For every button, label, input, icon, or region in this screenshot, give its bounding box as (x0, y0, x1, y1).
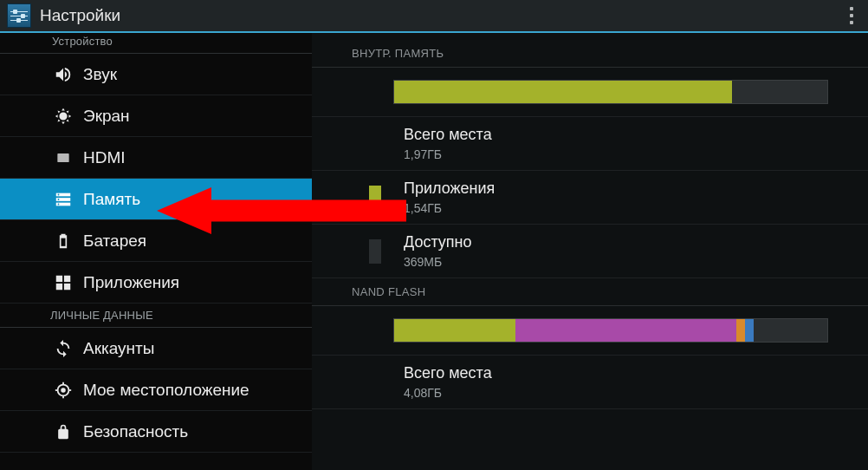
lock-icon (54, 422, 73, 441)
svg-rect-11 (64, 283, 70, 289)
row-label: Всего места (404, 364, 492, 382)
brightness-icon (54, 107, 73, 126)
hdmi-icon (54, 148, 73, 167)
svg-rect-10 (56, 283, 62, 289)
row-label: Доступно (404, 233, 472, 251)
row-apps[interactable]: Приложения 1,54ГБ (312, 171, 868, 225)
settings-sidebar: Устройство Звук Экран HDMI Память (0, 33, 312, 470)
bar-seg-apps (394, 81, 732, 103)
swatch-free (369, 239, 381, 264)
svg-point-13 (62, 388, 65, 392)
page-title: Настройки (40, 6, 120, 25)
sidebar-item-label: Батарея (83, 232, 146, 251)
row-nand-total[interactable]: Всего места 4,08ГБ (312, 356, 868, 409)
internal-usage-bar-row[interactable] (312, 68, 868, 117)
settings-app-icon (7, 3, 31, 28)
sidebar-item-security[interactable]: Безопасность (0, 411, 312, 453)
overflow-menu-button[interactable] (842, 3, 861, 28)
bar-seg-nand-b (515, 319, 736, 342)
sidebar-item-display[interactable]: Экран (0, 95, 312, 137)
location-icon (54, 381, 73, 400)
sync-icon (54, 339, 73, 358)
battery-icon (54, 232, 73, 251)
nand-usage-bar (393, 318, 828, 343)
svg-rect-7 (62, 238, 66, 245)
row-total-space[interactable]: Всего места 1,97ГБ (312, 117, 868, 171)
svg-rect-0 (57, 153, 68, 162)
bar-seg-nand-free (754, 319, 827, 342)
internal-usage-bar (393, 80, 828, 104)
svg-rect-9 (64, 275, 70, 281)
row-label: Всего места (404, 126, 492, 144)
sidebar-item-label: Звук (83, 65, 117, 84)
sidebar-item-sound[interactable]: Звук (0, 54, 312, 95)
svg-point-5 (58, 199, 60, 200)
sidebar-item-label: Безопасность (83, 422, 188, 441)
swatch-none (369, 132, 381, 156)
row-value: 369МБ (404, 255, 472, 269)
svg-point-4 (58, 193, 60, 195)
bar-seg-free (732, 81, 827, 103)
row-available[interactable]: Доступно 369МБ (312, 225, 868, 278)
storage-detail-panel: ВНУТР. ПАМЯТЬ Всего места 1,97ГБ Приложе… (312, 33, 868, 470)
sidebar-item-apps[interactable]: Приложения (0, 262, 312, 304)
section-personal: ЛИЧНЫЕ ДАННЫЕ (0, 304, 312, 328)
apps-icon (54, 273, 73, 292)
sidebar-item-label: Экран (83, 107, 130, 126)
svg-point-6 (58, 203, 60, 205)
sidebar-item-label: Мое местоположение (83, 381, 249, 400)
bar-seg-nand-c (736, 319, 745, 342)
sidebar-item-hdmi[interactable]: HDMI (0, 137, 312, 179)
svg-rect-8 (56, 275, 62, 281)
internal-storage-header: ВНУТР. ПАМЯТЬ (312, 40, 868, 68)
row-value: 4,08ГБ (404, 386, 492, 400)
sound-icon (54, 65, 73, 84)
bar-seg-nand-d (745, 319, 754, 342)
bar-seg-nand-a (394, 319, 515, 342)
swatch-apps (369, 186, 381, 210)
sidebar-item-location[interactable]: Мое местоположение (0, 369, 312, 411)
sidebar-item-label: Аккаунты (83, 339, 154, 358)
row-value: 1,97ГБ (404, 147, 492, 161)
sidebar-item-label: Приложения (83, 273, 179, 292)
row-value: 1,54ГБ (404, 201, 495, 215)
title-bar: Настройки (0, 0, 868, 33)
row-label: Приложения (404, 180, 495, 198)
nand-flash-header: NAND FLASH (312, 278, 868, 306)
nand-usage-bar-row[interactable] (312, 306, 868, 356)
swatch-none (369, 370, 381, 395)
sidebar-item-label: HDMI (83, 148, 126, 167)
section-device: Устройство (0, 35, 312, 54)
sidebar-item-accounts[interactable]: Аккаунты (0, 328, 312, 369)
sidebar-item-battery[interactable]: Батарея (0, 220, 312, 262)
sidebar-item-label: Память (83, 190, 140, 209)
storage-icon (54, 190, 73, 209)
sidebar-item-storage[interactable]: Память (0, 179, 312, 220)
